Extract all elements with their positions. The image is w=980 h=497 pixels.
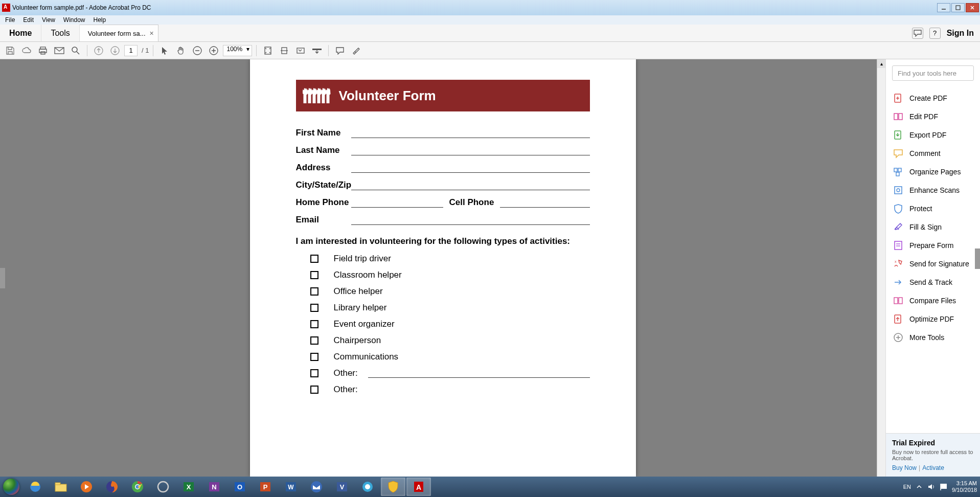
taskbar-explorer[interactable] (49, 478, 73, 496)
volume-icon[interactable] (927, 483, 936, 491)
checkbox-library[interactable] (310, 304, 318, 312)
tool-compare-files[interactable]: Compare Files (886, 291, 980, 310)
tool-search-input[interactable]: Find your tools here (892, 65, 974, 81)
tool-prepare-form[interactable]: Prepare Form (886, 236, 980, 255)
tool-comment[interactable]: Comment (886, 144, 980, 163)
input-other-1[interactable] (368, 369, 590, 378)
scroll-up-button[interactable]: ▴ (877, 59, 885, 68)
buy-now-link[interactable]: Buy Now (892, 464, 917, 471)
tool-export-pdf[interactable]: Export PDF (886, 126, 980, 144)
menu-file[interactable]: File (1, 16, 19, 24)
input-first-name[interactable] (351, 128, 590, 138)
zoom-select[interactable]: 100% ▾ (223, 45, 252, 56)
vertical-scrollbar[interactable]: ▴ (877, 59, 885, 477)
close-button[interactable] (966, 3, 979, 12)
menu-edit[interactable]: Edit (19, 16, 38, 24)
input-home-phone[interactable] (351, 197, 443, 208)
activate-link[interactable]: Activate (922, 464, 944, 471)
fit-page-button[interactable] (261, 43, 275, 58)
email-button[interactable] (52, 43, 66, 58)
comment-icon (893, 148, 903, 159)
tool-protect[interactable]: Protect (886, 199, 980, 218)
taskbar-media-player[interactable] (74, 478, 99, 496)
tool-fill-sign[interactable]: Fill & Sign (886, 218, 980, 236)
taskbar-cortana[interactable] (151, 478, 175, 496)
notifications-button[interactable] (912, 28, 923, 39)
close-tab-icon[interactable]: × (150, 29, 154, 37)
tool-list: Create PDFEdit PDFExport PDFCommentOrgan… (886, 87, 980, 433)
checkbox-other-2[interactable] (310, 386, 318, 394)
taskbar-chrome[interactable] (125, 478, 150, 496)
taskbar-powerpoint[interactable]: P (253, 478, 278, 496)
tool-send-for-signature[interactable]: xSend for Signature (886, 255, 980, 273)
zoom-out-button[interactable] (190, 43, 204, 58)
clock[interactable]: 3:15 AM 9/10/2018 (952, 480, 977, 493)
highlight-button[interactable] (349, 43, 363, 58)
tab-home[interactable]: Home (0, 25, 41, 41)
selection-tool-button[interactable] (157, 43, 172, 58)
expand-right-panel[interactable] (975, 248, 980, 269)
prev-page-button[interactable] (92, 43, 106, 58)
tray-up-icon[interactable] (915, 483, 923, 491)
minimize-button[interactable] (937, 3, 950, 12)
next-page-button[interactable] (108, 43, 122, 58)
flag-icon[interactable] (940, 483, 948, 491)
document-viewport[interactable]: Volunteer Form First Name Last Name Addr… (0, 59, 885, 477)
taskbar-outlook[interactable]: O (227, 478, 252, 496)
search-button[interactable] (69, 43, 83, 58)
taskbar-excel[interactable]: X (176, 478, 201, 496)
input-last-name[interactable] (351, 145, 590, 155)
input-email[interactable] (351, 215, 590, 225)
sticky-note-button[interactable] (333, 43, 347, 58)
activity-checklist: Field trip driver Classroom helper Offic… (296, 254, 590, 395)
taskbar-thunderbird[interactable] (304, 478, 329, 496)
help-button[interactable]: ? (929, 28, 941, 39)
checkbox-office[interactable] (310, 287, 318, 296)
taskbar-word[interactable]: W (279, 478, 303, 496)
maximize-button[interactable] (951, 3, 965, 12)
input-city-state-zip[interactable] (351, 180, 590, 190)
fit-width-button[interactable] (277, 43, 291, 58)
checkbox-communications[interactable] (310, 353, 318, 361)
cloud-button[interactable] (19, 43, 34, 58)
input-address[interactable] (351, 163, 590, 173)
taskbar-app-blue[interactable] (355, 478, 380, 496)
hand-tool-button[interactable] (174, 43, 188, 58)
expand-left-panel[interactable] (0, 268, 5, 288)
tool-enhance-scans[interactable]: Enhance Scans (886, 181, 980, 199)
taskbar-shield[interactable] (381, 478, 405, 496)
save-button[interactable] (3, 43, 17, 58)
taskbar-visio[interactable]: V (330, 478, 354, 496)
tool-optimize-pdf[interactable]: Optimize PDF (886, 310, 980, 328)
checkbox-field-trip[interactable] (310, 255, 318, 263)
document-tab[interactable]: Volunteer form sa... × (80, 25, 158, 41)
tool-more-tools[interactable]: More Tools (886, 328, 980, 347)
taskbar-onenote[interactable]: N (202, 478, 226, 496)
menu-view[interactable]: View (38, 16, 59, 24)
print-button[interactable] (36, 43, 50, 58)
compare-icon (893, 296, 903, 306)
fit-visible-button[interactable] (293, 43, 308, 58)
checkbox-event[interactable] (310, 320, 318, 328)
read-mode-button[interactable] (310, 43, 324, 58)
tool-send-track[interactable]: Send & Track (886, 273, 980, 291)
taskbar-acrobat[interactable]: A (406, 478, 431, 496)
zoom-in-button[interactable] (207, 43, 221, 58)
taskbar-firefox[interactable] (100, 478, 124, 496)
svg-text:A: A (416, 483, 421, 491)
menu-window[interactable]: Window (59, 16, 89, 24)
checkbox-chairperson[interactable] (310, 336, 318, 345)
tool-edit-pdf[interactable]: Edit PDF (886, 107, 980, 126)
tray-lang[interactable]: EN (903, 484, 911, 490)
tab-tools[interactable]: Tools (41, 25, 79, 41)
menu-help[interactable]: Help (89, 16, 110, 24)
start-button[interactable] (0, 477, 22, 497)
checkbox-classroom[interactable] (310, 271, 318, 279)
checkbox-other-1[interactable] (310, 369, 318, 377)
signin-button[interactable]: Sign In (947, 29, 974, 38)
taskbar-ie[interactable] (23, 478, 48, 496)
page-number-input[interactable] (124, 45, 138, 56)
tool-create-pdf[interactable]: Create PDF (886, 89, 980, 107)
input-cell-phone[interactable] (500, 197, 589, 208)
tool-organize-pages[interactable]: Organize Pages (886, 163, 980, 181)
